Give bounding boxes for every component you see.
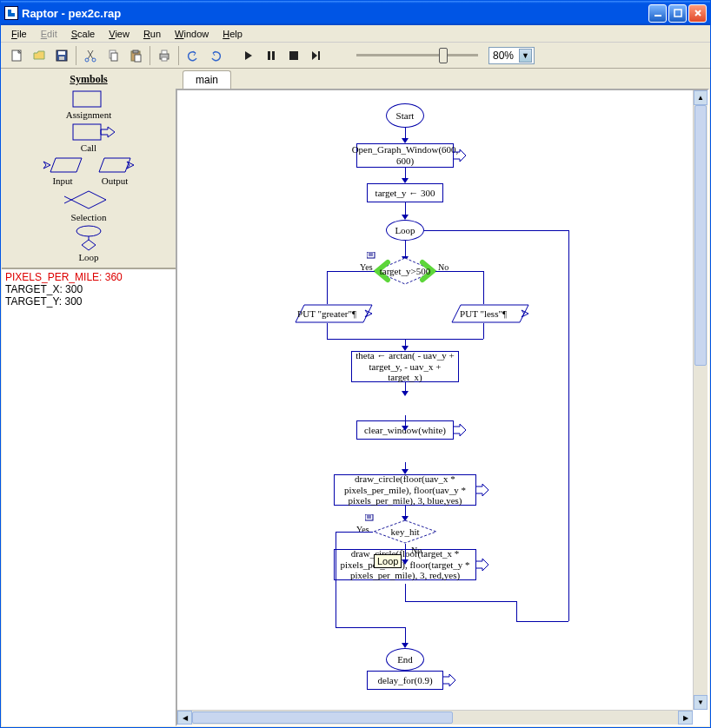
svg-rect-11 bbox=[133, 50, 138, 53]
node-theta[interactable]: theta ← arctan( - uav_y + target_y, - ua… bbox=[351, 351, 459, 382]
symbols-title: Symbols bbox=[5, 73, 172, 86]
menu-run[interactable]: Run bbox=[138, 27, 166, 41]
symbol-selection[interactable]: Selection bbox=[63, 188, 115, 222]
save-button[interactable] bbox=[51, 45, 72, 66]
print-button[interactable] bbox=[154, 45, 175, 66]
toolbar: 80% ▼ bbox=[1, 43, 710, 69]
svg-rect-18 bbox=[289, 51, 298, 60]
undo-button[interactable] bbox=[183, 45, 203, 66]
symbol-output[interactable]: Output bbox=[94, 155, 136, 186]
redo-button[interactable] bbox=[205, 45, 226, 66]
node-cond-target-y[interactable]: target_y>500 bbox=[375, 257, 435, 285]
node-target-y-assign[interactable]: target_y ← 300 bbox=[367, 183, 443, 202]
node-draw-circle-1[interactable]: draw_circle(floor(uav_x * pixels_per_mil… bbox=[334, 474, 476, 506]
scroll-left-button[interactable]: ◀ bbox=[177, 711, 192, 725]
variables-panel: PIXELS_PER_MILE: 360 TARGET_X: 300 TARGE… bbox=[2, 268, 176, 726]
svg-rect-0 bbox=[655, 15, 661, 17]
tooltip-loop: Loop bbox=[374, 554, 402, 568]
symbol-assignment[interactable]: Assignment bbox=[66, 89, 112, 120]
svg-rect-17 bbox=[272, 51, 275, 60]
svg-rect-12 bbox=[135, 55, 141, 62]
node-put-greater[interactable]: PUT "greater"¶ bbox=[289, 304, 365, 323]
comment-icon bbox=[365, 514, 374, 521]
node-end[interactable]: End bbox=[386, 648, 424, 671]
zoom-select[interactable]: 80% ▼ bbox=[488, 47, 535, 64]
titlebar: Raptor - pex2c.rap bbox=[1, 1, 710, 25]
var-target-x[interactable]: TARGET_X: 300 bbox=[3, 283, 174, 295]
svg-rect-14 bbox=[162, 50, 167, 54]
stop-button[interactable] bbox=[283, 45, 304, 66]
svg-rect-16 bbox=[268, 51, 270, 60]
app-window: Raptor - pex2c.rap File Edit Scale View … bbox=[0, 0, 711, 728]
close-button[interactable] bbox=[688, 4, 707, 23]
open-button[interactable] bbox=[29, 45, 50, 66]
pause-button[interactable] bbox=[261, 45, 282, 66]
svg-rect-19 bbox=[318, 51, 320, 60]
zoom-value: 80% bbox=[493, 50, 514, 62]
node-loop[interactable]: Loop bbox=[386, 220, 424, 241]
menu-help[interactable]: Help bbox=[217, 27, 248, 41]
menu-edit[interactable]: Edit bbox=[36, 27, 63, 41]
var-pixels-per-mile[interactable]: PIXELS_PER_MILE: 360 bbox=[3, 271, 174, 283]
workarea: Symbols Assignment Call I bbox=[2, 69, 709, 726]
svg-point-22 bbox=[76, 226, 101, 236]
menu-window[interactable]: Window bbox=[169, 27, 214, 41]
menubar: File Edit Scale View Run Window Help bbox=[1, 25, 710, 43]
symbol-loop[interactable]: Loop bbox=[66, 224, 111, 262]
node-delay-for[interactable]: delay_for(0.9) bbox=[367, 671, 443, 690]
scroll-h-thumb[interactable] bbox=[192, 711, 453, 724]
label-yes2: Yes bbox=[356, 525, 369, 534]
horizontal-scrollbar[interactable]: ◀ ▶ bbox=[177, 710, 693, 725]
comment-icon bbox=[367, 252, 375, 259]
svg-rect-21 bbox=[73, 124, 101, 140]
slider-thumb[interactable] bbox=[439, 48, 448, 63]
node-put-less[interactable]: PUT "less"¶ bbox=[445, 304, 522, 323]
svg-point-7 bbox=[92, 58, 96, 62]
menu-scale[interactable]: Scale bbox=[66, 27, 101, 41]
menu-view[interactable]: View bbox=[103, 27, 135, 41]
svg-rect-5 bbox=[59, 56, 64, 60]
window-title: Raptor - pex2c.rap bbox=[22, 7, 121, 20]
main-pane: main Start Open_Graph_Window(600, 600) bbox=[176, 69, 709, 726]
node-open-graph[interactable]: Open_Graph_Window(600, 600) bbox=[356, 143, 454, 168]
menu-file[interactable]: File bbox=[6, 27, 32, 41]
svg-rect-4 bbox=[58, 51, 65, 55]
scroll-v-thumb[interactable] bbox=[694, 105, 707, 366]
flowchart-canvas[interactable]: Start Open_Graph_Window(600, 600) target… bbox=[177, 90, 708, 725]
new-button[interactable] bbox=[6, 45, 27, 66]
sidebar: Symbols Assignment Call I bbox=[2, 69, 176, 726]
svg-rect-20 bbox=[73, 91, 101, 107]
minimize-button[interactable] bbox=[648, 4, 667, 23]
svg-rect-15 bbox=[162, 57, 167, 61]
tab-main[interactable]: main bbox=[183, 70, 231, 89]
maximize-button[interactable] bbox=[668, 4, 687, 23]
copy-button[interactable] bbox=[103, 45, 123, 66]
paste-button[interactable] bbox=[125, 45, 146, 66]
svg-rect-1 bbox=[674, 10, 681, 17]
scroll-down-button[interactable]: ▼ bbox=[694, 695, 708, 710]
symbol-call[interactable]: Call bbox=[57, 122, 120, 153]
canvas-wrap: Start Open_Graph_Window(600, 600) target… bbox=[176, 89, 709, 726]
node-start[interactable]: Start bbox=[386, 103, 424, 128]
speed-slider[interactable] bbox=[356, 54, 478, 56]
play-button[interactable] bbox=[238, 45, 259, 66]
symbol-input[interactable]: Input bbox=[42, 155, 83, 186]
var-target-y[interactable]: TARGET_Y: 300 bbox=[3, 295, 174, 308]
node-key-hit[interactable]: key_hit bbox=[373, 520, 437, 544]
svg-point-6 bbox=[85, 58, 89, 62]
svg-rect-9 bbox=[111, 53, 117, 61]
scroll-up-button[interactable]: ▲ bbox=[694, 90, 708, 105]
symbols-panel: Symbols Assignment Call I bbox=[2, 69, 176, 268]
cut-button[interactable] bbox=[80, 45, 101, 66]
dropdown-arrow-icon[interactable]: ▼ bbox=[519, 49, 532, 63]
step-button[interactable] bbox=[306, 45, 327, 66]
label-no2: No bbox=[411, 546, 422, 555]
tabstrip: main bbox=[176, 69, 709, 89]
vertical-scrollbar[interactable]: ▲ ▼ bbox=[693, 90, 708, 710]
scroll-right-button[interactable]: ▶ bbox=[678, 711, 693, 725]
app-icon bbox=[4, 6, 18, 20]
